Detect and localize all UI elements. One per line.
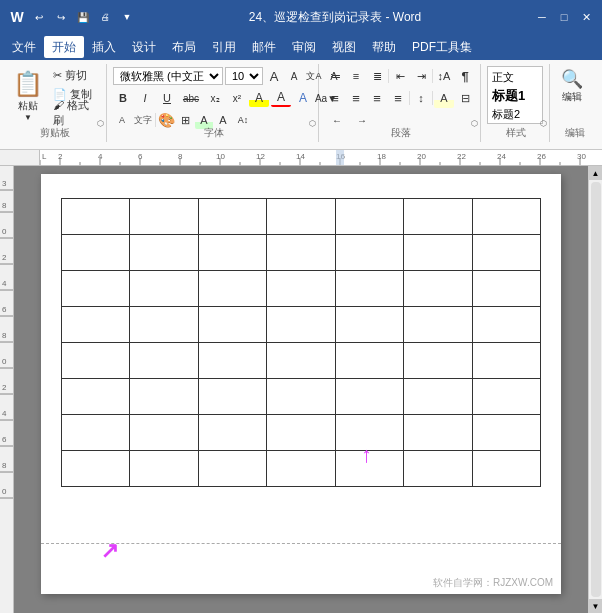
table-cell[interactable] [198,235,266,271]
table-cell[interactable] [130,343,198,379]
line-spacing[interactable]: ↕ [411,88,431,108]
superscript-button[interactable]: x² [227,89,247,107]
table-cell[interactable] [198,271,266,307]
table-cell[interactable] [198,343,266,379]
align-center[interactable]: ≡ [346,88,366,108]
styles-panel[interactable]: 正文 标题1 标题2 [487,66,543,124]
menu-layout[interactable]: 布局 [164,36,204,58]
table-cell[interactable] [335,307,403,343]
menu-design[interactable]: 设计 [124,36,164,58]
table-cell[interactable] [404,235,472,271]
table-cell[interactable] [62,307,130,343]
font-size-increase[interactable]: A [265,67,283,85]
table-cell[interactable] [198,199,266,235]
table-cell[interactable] [404,271,472,307]
table-cell[interactable] [130,379,198,415]
close-button[interactable]: ✕ [578,9,594,25]
minimize-button[interactable]: ─ [534,9,550,25]
table-cell[interactable] [472,307,540,343]
table-cell[interactable] [130,451,198,487]
multilevel-list[interactable]: ≣ [367,66,387,86]
menu-review[interactable]: 审阅 [284,36,324,58]
shading-para[interactable]: A [434,88,454,108]
table-cell[interactable] [130,415,198,451]
bullets-button[interactable]: ≔ [325,66,345,86]
table-cell[interactable] [130,199,198,235]
table-cell[interactable] [267,235,335,271]
table-cell[interactable] [62,235,130,271]
table-cell[interactable] [62,415,130,451]
menu-file[interactable]: 文件 [4,36,44,58]
table-cell[interactable] [267,415,335,451]
table-cell[interactable] [62,271,130,307]
scroll-up-button[interactable]: ▲ [589,166,603,180]
table-cell[interactable] [472,199,540,235]
table-cell[interactable] [472,379,540,415]
underline-button[interactable]: U [157,89,177,107]
borders-para[interactable]: ⊟ [455,88,475,108]
table-cell[interactable] [472,343,540,379]
scrollbar-vertical[interactable]: ▲ ▼ [588,166,602,613]
clipboard-expand-icon[interactable]: ⬡ [97,119,104,128]
table-cell[interactable] [198,451,266,487]
menu-insert[interactable]: 插入 [84,36,124,58]
table-cell[interactable] [267,451,335,487]
paste-button[interactable]: 📋 粘贴 ▼ [8,66,48,124]
style-heading1[interactable]: 标题1 [490,86,540,106]
table-cell[interactable] [404,343,472,379]
table-cell[interactable] [62,379,130,415]
italic-button[interactable]: I [135,89,155,107]
print-button[interactable]: 🖨 [96,8,114,26]
style-heading2[interactable]: 标题2 [490,106,540,123]
restore-button[interactable]: □ [556,9,572,25]
numbering-button[interactable]: ≡ [346,66,366,86]
document-area[interactable]: ↑ ↖ 软件自学网：RJZXW.COM [14,166,588,613]
table-cell[interactable] [335,199,403,235]
table-cell[interactable] [335,379,403,415]
sort-button[interactable]: ↕A [434,66,454,86]
table-cell[interactable] [404,415,472,451]
table-cell[interactable] [335,271,403,307]
table-cell[interactable] [267,307,335,343]
menu-home[interactable]: 开始 [44,36,84,58]
table-cell[interactable] [404,451,472,487]
save-button[interactable]: 💾 [74,8,92,26]
justify[interactable]: ≡ [388,88,408,108]
strikethrough-button[interactable]: abc [179,89,203,107]
font-size-decrease[interactable]: A [285,67,303,85]
table-cell[interactable] [130,307,198,343]
table-cell[interactable] [404,199,472,235]
table-cell[interactable] [130,271,198,307]
styles-expand-icon[interactable]: ⬡ [540,119,547,128]
table-cell[interactable] [335,343,403,379]
undo-button[interactable]: ↩ [30,8,48,26]
table-cell[interactable] [472,415,540,451]
menu-pdf[interactable]: PDF工具集 [404,36,480,58]
menu-help[interactable]: 帮助 [364,36,404,58]
table-cell[interactable] [267,379,335,415]
table-cell[interactable] [198,379,266,415]
menu-references[interactable]: 引用 [204,36,244,58]
scroll-thumb[interactable] [591,182,601,597]
table-cell[interactable] [267,199,335,235]
table-cell[interactable] [62,343,130,379]
font-expand-icon[interactable]: ⬡ [309,119,316,128]
align-left[interactable]: ≡ [325,88,345,108]
increase-indent[interactable]: ⇥ [411,66,431,86]
table-cell[interactable] [130,235,198,271]
paste-dropdown[interactable]: ▼ [24,113,32,122]
cut-button[interactable]: ✂ 剪切 [50,66,100,84]
table-cell[interactable] [472,271,540,307]
table-cell[interactable] [335,235,403,271]
scroll-down-button[interactable]: ▼ [589,599,603,613]
highlight-button[interactable]: A [249,89,269,107]
bold-button[interactable]: B [113,89,133,107]
font-color-button[interactable]: A [271,89,291,107]
table-cell[interactable] [62,451,130,487]
text-effects-button[interactable]: A [293,89,313,107]
menu-mailings[interactable]: 邮件 [244,36,284,58]
style-normal[interactable]: 正文 [490,69,540,86]
table-cell[interactable] [267,343,335,379]
find-button[interactable]: 🔍 编辑 [556,66,588,106]
table-cell[interactable] [404,307,472,343]
